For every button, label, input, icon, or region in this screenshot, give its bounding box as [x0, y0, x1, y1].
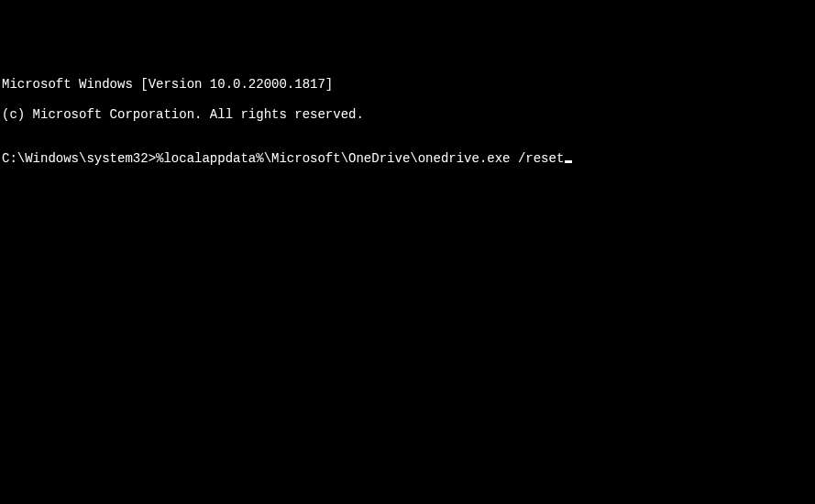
copyright-line: (c) Microsoft Corporation. All rights re… — [2, 107, 815, 122]
terminal-output[interactable]: Microsoft Windows [Version 10.0.22000.18… — [2, 62, 815, 181]
prompt-line[interactable]: C:\Windows\system32>%localappdata%\Micro… — [2, 151, 815, 166]
version-line: Microsoft Windows [Version 10.0.22000.18… — [2, 77, 815, 92]
prompt-path: C:\Windows\system32> — [2, 151, 156, 166]
command-input[interactable]: %localappdata%\Microsoft\OneDrive\onedri… — [156, 151, 564, 166]
cursor-icon — [565, 160, 572, 163]
